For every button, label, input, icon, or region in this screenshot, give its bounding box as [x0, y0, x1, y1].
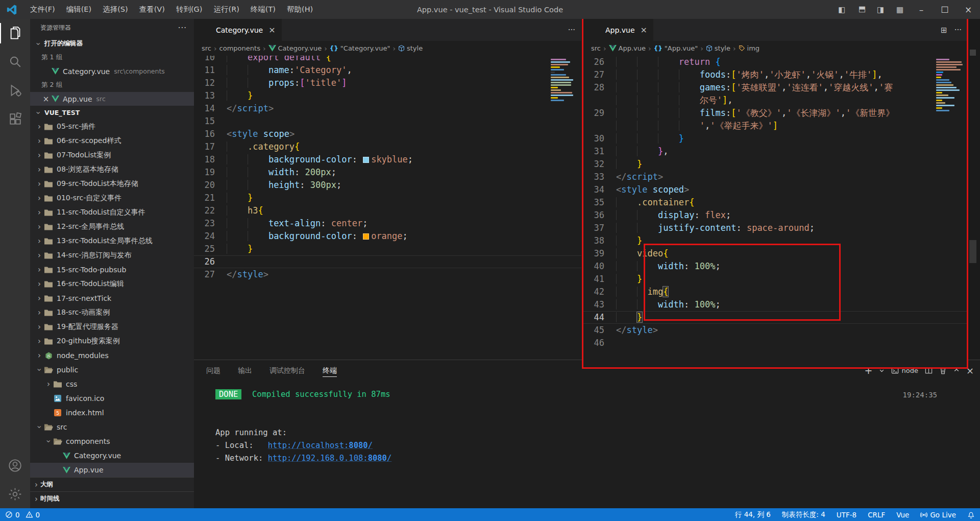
- tree-item-07-TodoList案例[interactable]: ›07-TodoList案例: [30, 148, 194, 162]
- code-line-wrap[interactable]: 尔号'],: [583, 94, 968, 107]
- tree-item-08-浏览器本地存储[interactable]: ›08-浏览器本地存储: [30, 162, 194, 177]
- status-utf-8[interactable]: UTF-8: [837, 511, 856, 519]
- code-line-35[interactable]: 35 .container{: [583, 196, 968, 209]
- activitybar-account[interactable]: [0, 451, 30, 480]
- breadcrumb[interactable]: src›components›Category.vue›{}"Category.…: [194, 41, 581, 56]
- breadcrumb-item[interactable]: Category.vue: [268, 44, 322, 52]
- terminal-link[interactable]: /: [387, 454, 391, 463]
- terminal-link[interactable]: 8080: [368, 454, 387, 463]
- tree-item-favicon.ico[interactable]: favicon.ico: [30, 391, 194, 406]
- terminal-link[interactable]: http://192.168.0.108:: [268, 454, 368, 463]
- tree-item-16-src-TodoList编辑[interactable]: ›16-src-TodoList编辑: [30, 277, 194, 291]
- code-line-29[interactable]: 29 films:['《教父》','《长津湖》','《新世界》: [583, 107, 968, 120]
- code-line-22[interactable]: 22 h3{: [194, 204, 581, 217]
- code-line-wrap[interactable]: ','《举起手来》']: [583, 120, 968, 132]
- code-line-19[interactable]: 19 width: 200px;: [194, 166, 581, 179]
- breadcrumb-item[interactable]: {}"App.vue": [654, 44, 698, 52]
- breadcrumb-item[interactable]: img: [739, 44, 760, 52]
- menu-item-2[interactable]: 选择(S): [97, 0, 134, 19]
- code-line-14[interactable]: 14</script>: [194, 102, 581, 115]
- toggle-panel-icon[interactable]: ◨: [852, 0, 871, 19]
- tree-item-20-github搜索案例[interactable]: ›20-github搜索案例: [30, 334, 194, 348]
- tree-item-05-src-插件[interactable]: ›05-src-插件: [30, 120, 194, 134]
- terminal-link[interactable]: /: [368, 441, 373, 450]
- tree-item-App.vue[interactable]: App.vue: [30, 463, 194, 477]
- tree-item-css[interactable]: ›css: [30, 377, 194, 391]
- code-line-11[interactable]: 11 name:'Category',: [194, 64, 581, 77]
- more-actions-icon[interactable]: ···: [954, 26, 962, 35]
- tree-item-06-src-scoped样式[interactable]: ›06-src-scoped样式: [30, 134, 194, 148]
- code-line-15[interactable]: 15: [194, 115, 581, 128]
- code-line-16[interactable]: 16<style scope>: [194, 128, 581, 140]
- breadcrumb-item[interactable]: src: [202, 44, 211, 52]
- code-line-41[interactable]: 41 }: [583, 273, 968, 286]
- tree-item-19-配置代理服务器[interactable]: ›19-配置代理服务器: [30, 320, 194, 334]
- activitybar-search[interactable]: [0, 48, 30, 76]
- open-editor-App.vue[interactable]: ×App.vuesrc: [30, 92, 194, 106]
- tree-item-11-src-TodoList自定义事件[interactable]: ›11-src-TodoList自定义事件: [30, 205, 194, 220]
- activitybar-run-debug[interactable]: [0, 76, 30, 105]
- tab-category-vue[interactable]: Category.vue ×: [194, 19, 282, 41]
- notifications-bell-icon[interactable]: [967, 511, 975, 518]
- tree-item-14-src-消息订阅与发布[interactable]: ›14-src-消息订阅与发布: [30, 248, 194, 263]
- menu-item-5[interactable]: 运行(R): [208, 0, 244, 19]
- customize-layout-icon[interactable]: ▦: [890, 0, 910, 19]
- tree-item-public[interactable]: ›public: [30, 363, 194, 377]
- menu-item-7[interactable]: 帮助(H): [281, 0, 318, 19]
- menu-item-3[interactable]: 查看(V): [134, 0, 170, 19]
- explorer-more-actions-icon[interactable]: ···: [178, 23, 187, 33]
- activitybar-settings[interactable]: [0, 480, 30, 508]
- close-editor-icon[interactable]: ×: [41, 94, 51, 104]
- timeline-section[interactable]: › 时间线: [30, 491, 194, 506]
- code-line-28[interactable]: 28 games:['英雄联盟','连连看','穿越火线','赛: [583, 81, 968, 94]
- tree-item-Category.vue[interactable]: Category.vue: [30, 448, 194, 463]
- code-line-30[interactable]: 30 }: [583, 132, 968, 145]
- toggle-sidebar-icon[interactable]: ◧: [832, 0, 851, 19]
- project-root-header[interactable]: ›VUE_TEST: [30, 106, 194, 120]
- menu-item-6[interactable]: 终端(T): [245, 0, 281, 19]
- problems-status[interactable]: 0 0: [5, 511, 40, 519]
- scrollbar-thumb[interactable]: [969, 240, 976, 263]
- close-button[interactable]: ×: [957, 0, 980, 19]
- status-vue[interactable]: Vue: [896, 511, 909, 519]
- tree-item-src[interactable]: ›src: [30, 420, 194, 434]
- tab-app-vue[interactable]: App.vue ×: [583, 19, 653, 41]
- maximize-button[interactable]: ☐: [933, 0, 957, 19]
- code-line-34[interactable]: 34<style scoped>: [583, 183, 968, 196]
- code-line-36[interactable]: 36 display: flex;: [583, 209, 968, 222]
- code-line-46[interactable]: 46: [583, 337, 968, 349]
- menu-item-4[interactable]: 转到(G): [170, 0, 208, 19]
- breadcrumb-item[interactable]: style: [706, 44, 730, 52]
- menu-item-0[interactable]: 文件(F): [24, 0, 61, 19]
- open-editor-Category.vue[interactable]: Category.vuesrc\components: [30, 64, 194, 78]
- tree-item-15-src-Todo-pubsub[interactable]: ›15-src-Todo-pubsub: [30, 263, 194, 277]
- code-line-12[interactable]: 12 props:['title']: [194, 77, 581, 89]
- breadcrumb-item[interactable]: style: [398, 44, 423, 52]
- tree-item-components[interactable]: ›components: [30, 434, 194, 448]
- code-line-33[interactable]: 33</script>: [583, 171, 968, 183]
- code-line-10[interactable]: 10 export default {: [194, 56, 581, 64]
- minimize-button[interactable]: –: [910, 0, 933, 19]
- code-line-23[interactable]: 23 text-align: center;: [194, 217, 581, 230]
- outline-section[interactable]: › 大纲: [30, 477, 194, 491]
- open-editors-header[interactable]: ›打开的编辑器: [30, 37, 194, 51]
- code-line-26[interactable]: 26: [194, 255, 581, 268]
- code-line-27[interactable]: 27</style>: [194, 268, 581, 281]
- code-line-31[interactable]: 31 },: [583, 145, 968, 158]
- breadcrumb-item[interactable]: components: [219, 44, 260, 52]
- code-editor-app[interactable]: 26 return {27 foods:['烤肉','小龙虾','火锅','牛排…: [583, 56, 968, 369]
- panel-tab-调试控制台[interactable]: 调试控制台: [270, 360, 305, 381]
- code-line-18[interactable]: 18 background-color: skyblue;: [194, 153, 581, 166]
- terminal-link[interactable]: 8080: [349, 441, 368, 450]
- code-line-45[interactable]: 45</style>: [583, 324, 968, 337]
- code-line-43[interactable]: 43 width: 100%;: [583, 298, 968, 311]
- terminal-output[interactable]: DONE Compiled successfully in 87msApp ru…: [215, 388, 965, 504]
- split-editor-icon[interactable]: ⊞: [941, 26, 947, 35]
- status--44-6[interactable]: 行 44, 列 6: [735, 510, 771, 519]
- breadcrumb[interactable]: src›App.vue›{}"App.vue"›style›img: [583, 41, 968, 56]
- tree-item-17-src-nextTick[interactable]: ›17-src-nextTick: [30, 291, 194, 305]
- toggle-secondary-sidebar-icon[interactable]: ◨: [871, 0, 890, 19]
- breadcrumb-item[interactable]: App.vue: [609, 44, 646, 52]
- code-editor-category[interactable]: 10 export default {11 name:'Category',12…: [194, 56, 581, 360]
- minimap[interactable]: [935, 58, 965, 119]
